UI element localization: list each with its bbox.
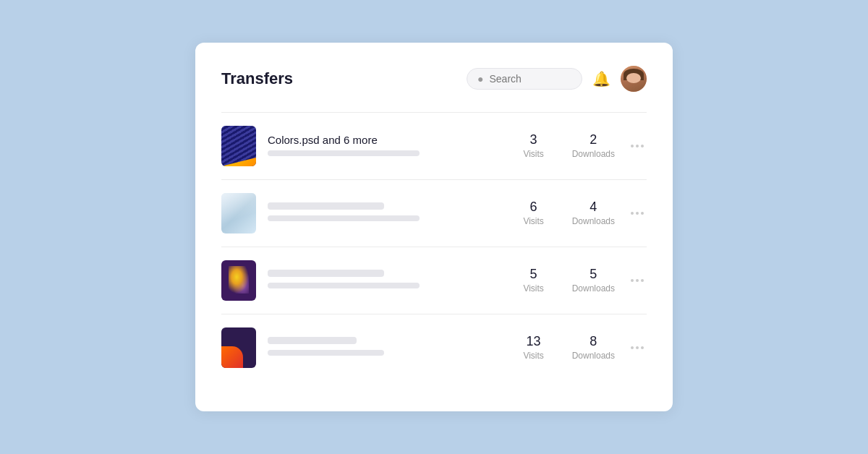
visits-count: 5 — [516, 267, 552, 280]
transfer-info: Colors.psd and 6 more — [268, 134, 501, 159]
visits-stat: 3 Visits — [516, 133, 552, 159]
skeleton-line — [268, 350, 384, 356]
downloads-count: 2 — [572, 133, 615, 146]
header-actions: ● 🔔 — [467, 66, 647, 92]
skeleton-line — [268, 150, 420, 156]
skeleton-line — [268, 270, 384, 277]
visits-label: Visits — [516, 149, 552, 159]
transfer-stats: 5 Visits 5 Downloads — [501, 267, 615, 294]
dot-icon — [636, 212, 639, 215]
page-header: Transfers ● 🔔 — [221, 66, 647, 92]
transfer-stats: 13 Visits 8 Downloads — [501, 335, 615, 361]
transfer-info — [268, 202, 501, 224]
more-options-button[interactable] — [628, 276, 647, 285]
transfer-list: Colors.psd and 6 more 3 Visits 2 Downloa… — [221, 113, 647, 381]
downloads-count: 4 — [572, 200, 615, 213]
downloads-count: 5 — [572, 267, 615, 280]
visits-stat: 5 Visits — [516, 267, 552, 294]
visits-count: 13 — [516, 335, 552, 348]
downloads-label: Downloads — [572, 283, 615, 294]
visits-label: Visits — [516, 283, 552, 294]
dot-icon — [636, 145, 639, 147]
dot-icon — [631, 279, 634, 282]
transfer-thumbnail — [221, 260, 256, 301]
transfer-thumbnail — [221, 193, 256, 234]
downloads-stat: 8 Downloads — [572, 335, 615, 361]
visits-stat: 13 Visits — [516, 335, 552, 361]
skeleton-line — [268, 337, 357, 344]
downloads-label: Downloads — [572, 149, 615, 159]
list-item: 5 Visits 5 Downloads — [221, 247, 647, 314]
visits-label: Visits — [516, 216, 552, 226]
skeleton-line — [268, 202, 384, 210]
transfer-info — [268, 337, 501, 359]
avatar-image — [621, 66, 647, 92]
search-box[interactable]: ● — [467, 68, 582, 90]
skeleton-line — [268, 215, 420, 221]
skeleton-line — [268, 283, 420, 288]
dot-icon — [641, 279, 644, 282]
transfer-thumbnail — [221, 126, 256, 166]
downloads-stat: 4 Downloads — [572, 200, 615, 226]
dot-icon — [631, 212, 634, 215]
list-item: 13 Visits 8 Downloads — [221, 314, 647, 381]
dot-icon — [631, 145, 634, 147]
dot-icon — [641, 145, 644, 147]
dot-icon — [631, 346, 634, 349]
user-avatar[interactable] — [621, 66, 647, 92]
visits-count: 6 — [516, 200, 552, 213]
downloads-stat: 2 Downloads — [572, 133, 615, 159]
downloads-count: 8 — [572, 335, 615, 348]
main-card: Transfers ● 🔔 Colors.psd and 6 more — [195, 43, 673, 411]
page-title: Transfers — [221, 69, 293, 88]
visits-stat: 6 Visits — [516, 200, 552, 226]
list-item: 6 Visits 4 Downloads — [221, 180, 647, 247]
downloads-label: Downloads — [572, 351, 615, 361]
more-options-button[interactable] — [628, 209, 647, 218]
transfer-name: Colors.psd and 6 more — [268, 134, 501, 146]
dot-icon — [641, 212, 644, 215]
transfer-stats: 6 Visits 4 Downloads — [501, 200, 615, 226]
transfer-info — [268, 270, 501, 291]
downloads-stat: 5 Downloads — [572, 267, 615, 294]
dot-icon — [636, 346, 639, 349]
transfer-stats: 3 Visits 2 Downloads — [501, 133, 615, 159]
downloads-label: Downloads — [572, 216, 615, 226]
more-options-button[interactable] — [628, 343, 647, 352]
transfer-thumbnail — [221, 327, 256, 368]
visits-count: 3 — [516, 133, 552, 146]
dot-icon — [641, 346, 644, 349]
more-options-button[interactable] — [628, 142, 647, 150]
dot-icon — [636, 279, 639, 282]
notification-bell-icon[interactable]: 🔔 — [592, 70, 610, 87]
visits-label: Visits — [516, 351, 552, 361]
list-item: Colors.psd and 6 more 3 Visits 2 Downloa… — [221, 113, 647, 180]
search-input[interactable] — [489, 73, 571, 85]
search-icon: ● — [477, 73, 483, 85]
